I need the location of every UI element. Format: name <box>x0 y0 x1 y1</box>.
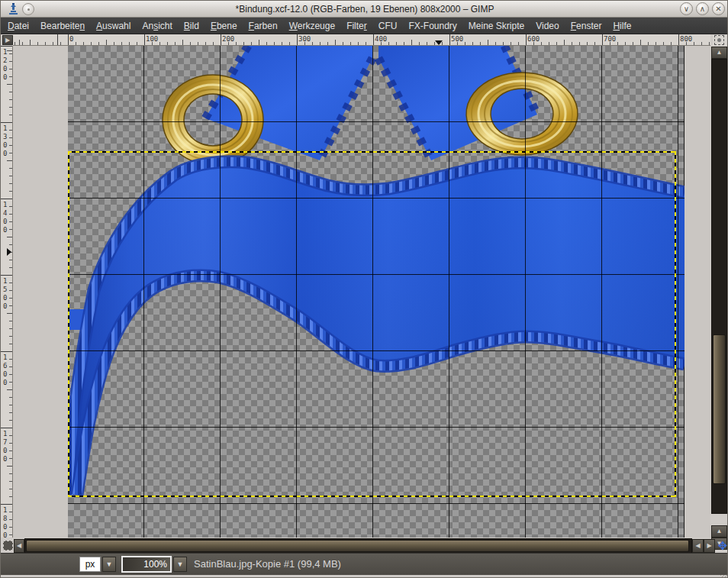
menu-item-fenster[interactable]: Fenster <box>571 21 602 31</box>
menu-item-datei[interactable]: Datei <box>8 21 29 31</box>
h-ruler-label: 500 <box>449 35 463 43</box>
gimp-window: *Bindung.xcf-12.0 (RGB-Farben, 19 Ebenen… <box>0 0 728 578</box>
vertical-ruler[interactable]: 1200130014001500160017001800 <box>1 46 13 538</box>
h-ruler-label: 600 <box>526 35 540 43</box>
ruler-corner-menu-button[interactable]: ▶ <box>2 35 13 45</box>
quick-mask-toggle[interactable] <box>3 541 13 551</box>
horizontal-ruler-position-marker <box>435 40 443 45</box>
menu-item-werkzeuge[interactable]: Werkzeuge <box>289 21 335 31</box>
vertical-scrollbar-thumb[interactable] <box>713 334 726 484</box>
menu-item-bearbeiten[interactable]: Bearbeiten <box>40 21 85 31</box>
h-ruler-label: 0 <box>68 35 73 43</box>
zoom-dropdown-button[interactable]: ▼ <box>173 557 187 572</box>
menu-item-auswahl[interactable]: Auswahl <box>96 21 130 31</box>
v-ruler-label: 1600 <box>3 354 7 387</box>
menu-item-farben[interactable]: Farben <box>249 21 278 31</box>
h-ruler-label: 400 <box>373 35 387 43</box>
window-bottom-frame <box>1 575 728 578</box>
menu-item-ebene[interactable]: Ebene <box>211 21 237 31</box>
status-message: SatinBlau.jpg-Kopie #1 (99,4 MB) <box>194 558 341 570</box>
ribbon-artwork <box>68 46 685 538</box>
v-ruler-label: 1300 <box>3 124 7 158</box>
menu-item-meine-skripte[interactable]: Meine Skripte <box>469 21 524 31</box>
resize-grip[interactable] <box>720 575 728 578</box>
h-ruler-label: 700 <box>602 35 616 43</box>
minimize-button[interactable]: ∨ <box>680 2 693 15</box>
zoom-follow-window-toggle[interactable] <box>713 35 726 46</box>
menu-item-fx-foundry[interactable]: FX-Foundry <box>408 21 456 31</box>
menu-item-filter[interactable]: Filter <box>346 21 367 31</box>
menu-item-cfu[interactable]: CFU <box>378 21 398 31</box>
v-ruler-label: 1200 <box>3 48 7 82</box>
vertical-ruler-position-marker <box>7 248 11 256</box>
title-bar[interactable]: *Bindung.xcf-12.0 (RGB-Farben, 19 Ebenen… <box>1 1 728 18</box>
status-bar: px ▼ 100% ▼ SatinBlau.jpg-Kopie #1 (99,4… <box>1 553 728 575</box>
zoom-level-field[interactable]: 100% <box>121 556 172 573</box>
maximize-button[interactable]: ∧ <box>696 2 709 15</box>
h-scroll-step-right[interactable]: ▶ <box>704 539 715 553</box>
menu-item-hilfe[interactable]: Hilfe <box>613 21 631 31</box>
menu-item-bild[interactable]: Bild <box>184 21 199 31</box>
menu-item-video[interactable]: Video <box>536 21 559 31</box>
h-scroll-step-left[interactable]: ◀ <box>14 539 24 553</box>
window-buttons: ∨ ∧ ✕ <box>680 2 725 15</box>
h-ruler-label: 100 <box>144 35 158 43</box>
dot-icon <box>717 38 721 42</box>
horizontal-ruler[interactable]: 0100200300400500600700800 <box>13 34 710 46</box>
canvas[interactable] <box>68 46 685 538</box>
close-button[interactable]: ✕ <box>712 2 725 15</box>
v-scroll-step-up-2[interactable]: ▲ <box>711 525 727 538</box>
horizontal-scrollbar-thumb[interactable] <box>26 540 689 552</box>
v-scroll-step-up[interactable]: ▲ <box>711 47 727 59</box>
v-ruler-label: 1400 <box>3 201 7 234</box>
unit-select[interactable]: px <box>79 557 101 572</box>
v-ruler-label: 1800 <box>3 506 7 538</box>
unit-dropdown-button[interactable]: ▼ <box>102 557 116 572</box>
canvas-viewport[interactable] <box>13 46 710 538</box>
canvas-navigation-button[interactable]: ✥ <box>717 539 728 553</box>
h-ruler-label: 800 <box>678 35 692 43</box>
menu-item-ansicht[interactable]: Ansicht <box>142 21 172 31</box>
h-scroll-step-left-2[interactable]: ◀ <box>692 539 704 553</box>
v-ruler-label: 1700 <box>3 430 7 463</box>
v-ruler-label: 1500 <box>3 277 7 311</box>
menu-bar: DateiBearbeitenAuswahlAnsichtBildEbeneFa… <box>1 18 728 34</box>
window-title: *Bindung.xcf-12.0 (RGB-Farben, 19 Ebenen… <box>1 1 728 18</box>
h-ruler-label: 300 <box>297 35 311 43</box>
h-ruler-label: 200 <box>221 35 234 43</box>
